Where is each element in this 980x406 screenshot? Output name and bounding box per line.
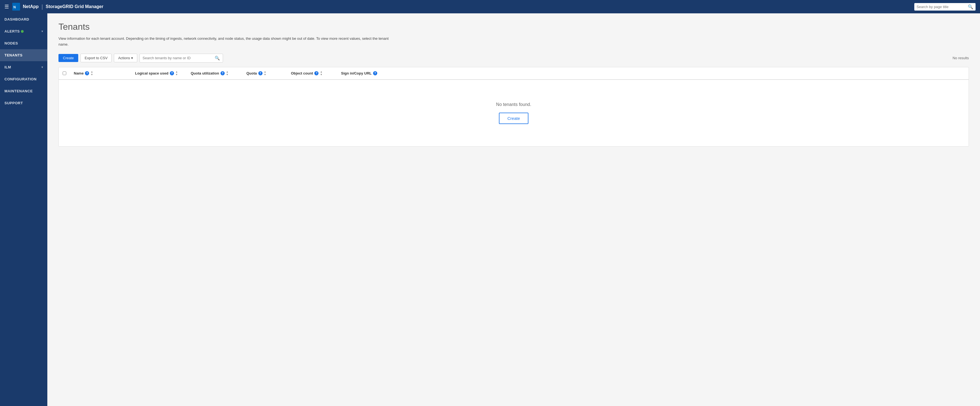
top-nav-left: ☰ N NetApp | StorageGRID Grid Manager xyxy=(5,3,103,11)
actions-label: Actions xyxy=(118,56,130,60)
th-name-label: Name xyxy=(74,71,84,75)
th-quota-utilization-sort-icon[interactable]: ▲▼ xyxy=(226,71,229,76)
sidebar-label-maintenance: MAINTENANCE xyxy=(5,89,33,93)
hamburger-menu[interactable]: ☰ xyxy=(5,4,9,10)
tenant-search-icon: 🔍 xyxy=(215,56,220,60)
sidebar-label-nodes: NODES xyxy=(5,41,18,45)
svg-text:N: N xyxy=(13,5,16,9)
sidebar-item-alerts[interactable]: ALERTS ▾ xyxy=(0,25,47,37)
top-nav-right: 🔍 xyxy=(914,3,975,11)
th-name: Name ? ▲▼ xyxy=(70,67,131,79)
brand: N NetApp | StorageGRID Grid Manager xyxy=(12,3,103,11)
page-search-icon: 🔍 xyxy=(968,4,973,10)
page-title: Tenants xyxy=(59,22,969,32)
sidebar-label-alerts: ALERTS xyxy=(5,29,24,33)
export-csv-button[interactable]: Export to CSV xyxy=(80,54,111,62)
th-logical-space-sort-icon[interactable]: ▲▼ xyxy=(175,71,178,76)
th-quota-utilization-help-icon[interactable]: ? xyxy=(221,71,225,75)
actions-button[interactable]: Actions ▾ xyxy=(114,54,137,62)
sidebar-label-dashboard: DASHBOARD xyxy=(5,17,29,21)
sidebar: DASHBOARD ALERTS ▾ NODES TENANTS ILM ▾ C… xyxy=(0,13,47,406)
alerts-status-dot xyxy=(21,30,24,33)
sidebar-item-ilm[interactable]: ILM ▾ xyxy=(0,61,47,73)
th-name-help-icon[interactable]: ? xyxy=(85,71,89,75)
brand-name: NetApp xyxy=(23,4,39,9)
th-name-sort-icon[interactable]: ▲▼ xyxy=(91,71,93,76)
sidebar-label-ilm: ILM xyxy=(5,65,11,69)
th-quota: Quota ? ▲▼ xyxy=(242,67,287,79)
th-object-count-help-icon[interactable]: ? xyxy=(314,71,318,75)
create-button[interactable]: Create xyxy=(59,54,78,62)
ilm-chevron-icon: ▾ xyxy=(41,66,43,69)
sidebar-label-tenants: TENANTS xyxy=(5,53,22,57)
th-object-count-sort-icon[interactable]: ▲▼ xyxy=(320,71,322,76)
top-nav: ☰ N NetApp | StorageGRID Grid Manager 🔍 xyxy=(0,0,980,13)
select-all-checkbox[interactable] xyxy=(59,67,70,79)
th-sign-in-copy-url: Sign in/Copy URL ? xyxy=(337,67,969,79)
th-object-count: Object count ? ▲▼ xyxy=(287,67,337,79)
sidebar-item-maintenance[interactable]: MAINTENANCE xyxy=(0,85,47,97)
layout: DASHBOARD ALERTS ▾ NODES TENANTS ILM ▾ C… xyxy=(0,13,980,406)
sidebar-item-tenants[interactable]: TENANTS xyxy=(0,49,47,61)
sidebar-item-nodes[interactable]: NODES xyxy=(0,37,47,49)
page-search-box[interactable]: 🔍 xyxy=(914,3,975,11)
tenant-search-field[interactable]: 🔍 xyxy=(140,54,223,63)
brand-divider: | xyxy=(41,4,43,10)
select-all-input[interactable] xyxy=(63,71,66,75)
actions-chevron-icon: ▾ xyxy=(131,56,133,60)
no-results-label: No results xyxy=(953,56,969,60)
sidebar-item-configuration[interactable]: CONFIGURATION xyxy=(0,73,47,85)
toolbar: Create Export to CSV Actions ▾ 🔍 No resu… xyxy=(59,54,969,63)
th-logical-space-label: Logical space used xyxy=(135,71,169,75)
netapp-logo: N xyxy=(12,3,20,11)
alerts-chevron-icon: ▾ xyxy=(41,30,43,33)
th-logical-space-help-icon[interactable]: ? xyxy=(170,71,174,75)
tenant-search-input[interactable] xyxy=(143,56,213,60)
empty-state-message: No tenants found. xyxy=(496,102,531,107)
th-quota-utilization: Quota utilization ? ▲▼ xyxy=(187,67,242,79)
th-sign-in-copy-url-label: Sign in/Copy URL xyxy=(341,71,372,75)
main-content: Tenants View information for each tenant… xyxy=(47,13,980,406)
th-quota-utilization-label: Quota utilization xyxy=(191,71,219,75)
app-title: StorageGRID Grid Manager xyxy=(46,4,103,9)
sidebar-item-support[interactable]: SUPPORT xyxy=(0,97,47,109)
empty-state: No tenants found. Create xyxy=(59,80,969,146)
table-header: Name ? ▲▼ Logical space used ? ▲▼ Quota … xyxy=(59,67,969,80)
th-sign-in-copy-url-help-icon[interactable]: ? xyxy=(373,71,377,75)
th-object-count-label: Object count xyxy=(291,71,313,75)
page-description: View information for each tenant account… xyxy=(59,36,393,48)
empty-create-button[interactable]: Create xyxy=(499,113,528,124)
th-quota-label: Quota xyxy=(247,71,257,75)
th-quota-help-icon[interactable]: ? xyxy=(258,71,262,75)
sidebar-label-configuration: CONFIGURATION xyxy=(5,77,37,81)
th-logical-space: Logical space used ? ▲▼ xyxy=(131,67,187,79)
sidebar-label-support: SUPPORT xyxy=(5,101,23,105)
page-search-input[interactable] xyxy=(916,5,966,9)
th-quota-sort-icon[interactable]: ▲▼ xyxy=(264,71,266,76)
tenants-table: Name ? ▲▼ Logical space used ? ▲▼ Quota … xyxy=(59,67,969,147)
sidebar-item-dashboard[interactable]: DASHBOARD xyxy=(0,13,47,25)
